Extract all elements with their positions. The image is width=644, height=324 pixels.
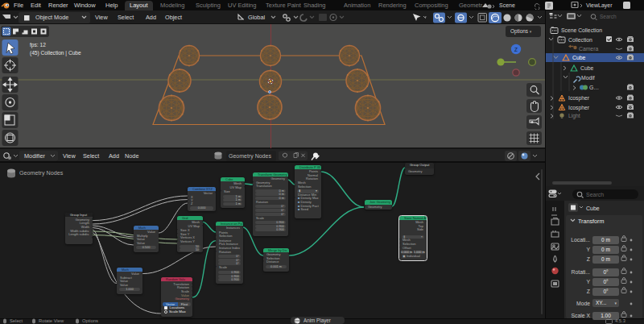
svg-text:Search: Search <box>600 14 617 19</box>
svg-text:G…: G… <box>589 85 599 90</box>
svg-text:Scene Collection: Scene Collection <box>561 27 602 33</box>
svg-text:Icospher: Icospher <box>568 105 590 111</box>
svg-text:Camera: Camera <box>579 46 598 52</box>
svg-text:Z: Z <box>514 47 518 52</box>
svg-text:Search: Search <box>586 192 604 197</box>
svg-text:Collection: Collection <box>568 37 592 43</box>
svg-text:Cube: Cube <box>580 65 593 71</box>
svg-text:Light: Light <box>568 113 580 119</box>
svg-text:Modif: Modif <box>581 75 595 81</box>
svg-text:Icospher: Icospher <box>568 95 590 102</box>
svg-text:Transform: Transform <box>578 218 604 225</box>
svg-text:Cube: Cube <box>586 206 600 211</box>
svg-text:Cube: Cube <box>572 55 585 60</box>
